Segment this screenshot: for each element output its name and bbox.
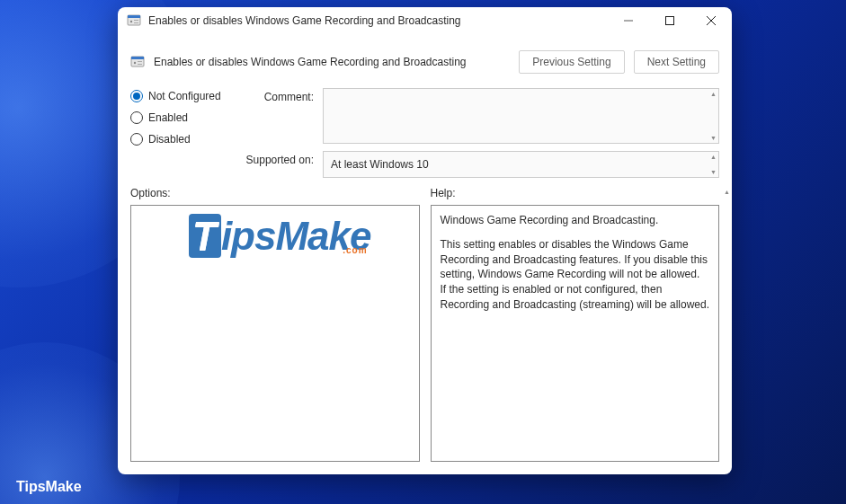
radio-enabled[interactable]: Enabled (130, 111, 229, 124)
window-controls (608, 7, 732, 34)
svg-rect-3 (134, 20, 138, 21)
titlebar[interactable]: Enables or disables Windows Game Recordi… (118, 7, 732, 34)
help-panel: Help: Windows Game Recording and Broadca… (431, 187, 720, 462)
radio-indicator-icon (130, 133, 143, 146)
options-label: Options: (130, 187, 420, 199)
window-title: Enables or disables Windows Game Recordi… (148, 14, 608, 27)
svg-rect-5 (666, 17, 674, 25)
next-setting-button[interactable]: Next Setting (634, 50, 719, 74)
close-button[interactable] (690, 7, 732, 34)
svg-rect-9 (138, 61, 142, 62)
svg-rect-4 (134, 22, 138, 23)
radio-label: Disabled (148, 133, 191, 146)
supported-on-value: At least Windows 10 (331, 158, 429, 171)
policy-title: Enables or disables Windows Game Recordi… (154, 56, 510, 68)
policy-icon (130, 55, 145, 69)
radio-indicator-icon (130, 111, 143, 124)
scroll-up-icon[interactable]: ▲ (724, 189, 730, 195)
previous-setting-button[interactable]: Previous Setting (519, 50, 624, 74)
help-title-text: Windows Game Recording and Broadcasting. (441, 213, 710, 228)
svg-point-8 (134, 62, 136, 64)
svg-point-2 (130, 21, 132, 22)
supported-on-box: At least Windows 10 ▲ ▼ (323, 151, 719, 178)
options-panel: Options: (130, 187, 420, 462)
scroll-up-icon[interactable]: ▲ (710, 154, 717, 160)
options-box (130, 205, 420, 462)
radio-not-configured[interactable]: Not Configured (130, 90, 229, 102)
state-radio-group: Not Configured Enabled Disabled (130, 88, 229, 178)
radio-indicator-icon (130, 90, 143, 102)
radio-label: Not Configured (148, 90, 221, 102)
comment-label: Comment: (242, 88, 314, 103)
svg-rect-1 (128, 15, 140, 18)
maximize-button[interactable] (649, 7, 690, 34)
comment-textarea[interactable]: ▲ ▼ (323, 88, 719, 144)
scroll-down-icon[interactable]: ▼ (710, 169, 717, 175)
supported-label: Supported on: (242, 151, 314, 166)
radio-disabled[interactable]: Disabled (130, 133, 229, 146)
window-content: Enables or disables Windows Game Recordi… (118, 34, 732, 474)
window-icon (127, 13, 141, 28)
radio-label: Enabled (148, 111, 188, 124)
fields-column: Comment: ▲ ▼ Supported on: At least Wind… (242, 88, 719, 178)
gpedit-policy-window: Enables or disables Windows Game Recordi… (118, 7, 732, 474)
comment-field-row: Comment: ▲ ▼ (242, 88, 719, 144)
scroll-up-icon[interactable]: ▲ (710, 91, 717, 97)
help-body-text: If the setting is enabled or not configu… (441, 282, 710, 313)
help-box: Windows Game Recording and Broadcasting.… (431, 205, 720, 462)
policy-header: Enables or disables Windows Game Recordi… (130, 41, 719, 83)
svg-rect-10 (138, 64, 142, 65)
minimize-button[interactable] (608, 7, 649, 34)
footer-brand: TipsMake (16, 479, 82, 495)
help-label: Help: (431, 187, 720, 199)
supported-field-row: Supported on: At least Windows 10 ▲ ▼ (242, 151, 719, 178)
scroll-down-icon[interactable]: ▼ (710, 135, 717, 141)
help-body-text: This setting enables or disables the Win… (441, 237, 710, 282)
svg-rect-7 (131, 57, 144, 59)
settings-row: Not Configured Enabled Disabled Comment:… (130, 83, 719, 187)
help-text: Windows Game Recording and Broadcasting.… (432, 206, 719, 329)
bottom-panels: Options: Help: Windows Game Recording an… (130, 187, 719, 462)
